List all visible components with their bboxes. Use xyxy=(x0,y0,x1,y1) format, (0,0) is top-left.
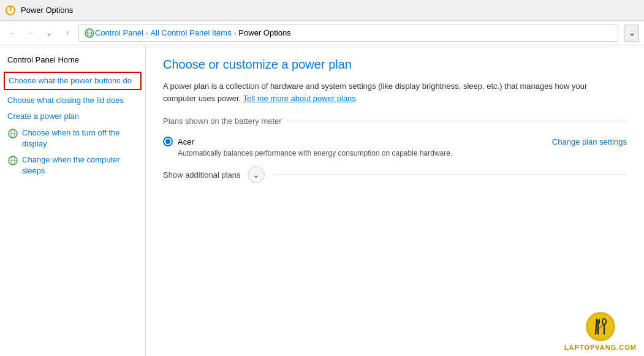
address-input[interactable]: Control Panel › All Control Panel Items … xyxy=(78,25,618,42)
watermark-logo-icon xyxy=(585,311,616,343)
sidebar-item-home[interactable]: Control Panel Home xyxy=(0,53,145,69)
sidebar-link-label: Create a power plan xyxy=(7,111,79,122)
sidebar-link-label: Choose what closing the lid does xyxy=(7,95,124,106)
sidebar-item-lid[interactable]: Choose what closing the lid does xyxy=(0,93,145,108)
page-title: Choose or customize a power plan xyxy=(163,58,627,72)
sidebar-item-power-buttons[interactable]: Choose what the power buttons do xyxy=(4,72,142,90)
plan-row: Acer Change plan settings xyxy=(163,132,627,149)
sidebar-item-computer-sleeps[interactable]: Change when the computer sleeps xyxy=(0,152,145,179)
title-bar: Power Options xyxy=(0,0,644,21)
watermark: LAPTOPVANG.COM xyxy=(564,311,637,351)
plan-radio-label[interactable]: Acer xyxy=(163,137,194,146)
show-additional-section: Show additional plans ⌄ xyxy=(163,166,627,183)
content-area: Choose or customize a power plan A power… xyxy=(146,45,644,356)
sidebar-link-label: Choose when to turn off the display xyxy=(22,127,138,150)
breadcrumb: Control Panel › All Control Panel Items … xyxy=(95,28,291,37)
radio-button-acer[interactable] xyxy=(163,137,173,146)
address-bar: ← → ⌄ ↑ Control Panel › All Control Pane… xyxy=(0,21,644,45)
breadcrumb-all-items[interactable]: All Control Panel Items xyxy=(150,28,231,37)
window-title: Power Options xyxy=(21,6,73,15)
back-button[interactable]: ← xyxy=(5,26,20,40)
sidebar: Control Panel Home Choose what the power… xyxy=(0,45,146,356)
sidebar-item-turn-off-display[interactable]: Choose when to turn off the display xyxy=(0,125,145,152)
forward-button[interactable]: → xyxy=(23,26,38,40)
display-icon xyxy=(7,128,18,139)
globe-icon xyxy=(84,28,95,39)
learn-more-link[interactable]: Tell me more about power plans xyxy=(243,94,356,103)
change-plan-settings-link[interactable]: Change plan settings xyxy=(552,137,627,146)
main-container: Control Panel Home Choose what the power… xyxy=(0,45,644,356)
sidebar-link-label: Change when the computer sleeps xyxy=(22,154,138,176)
watermark-text: LAPTOPVANG.COM xyxy=(564,344,637,351)
breadcrumb-power-options: Power Options xyxy=(238,28,290,37)
dropdown-recent-button[interactable]: ⌄ xyxy=(42,26,56,40)
power-icon xyxy=(5,5,16,16)
address-dropdown-button[interactable]: ⌄ xyxy=(624,25,639,42)
sidebar-item-create-plan[interactable]: Create a power plan xyxy=(0,108,145,124)
breadcrumb-control-panel[interactable]: Control Panel xyxy=(95,28,143,37)
plan-name: Acer xyxy=(178,137,194,146)
plan-description: Automatically balances performance with … xyxy=(178,149,627,157)
up-button[interactable]: ↑ xyxy=(60,26,75,40)
expand-additional-plans-button[interactable]: ⌄ xyxy=(248,166,265,183)
show-additional-label: Show additional plans xyxy=(163,170,240,180)
section-label: Plans shown on the battery meter xyxy=(163,116,627,126)
sleep-icon xyxy=(7,155,18,166)
sidebar-link-label: Choose what the power buttons do xyxy=(9,75,132,86)
description-text: A power plan is a collection of hardware… xyxy=(163,80,592,104)
